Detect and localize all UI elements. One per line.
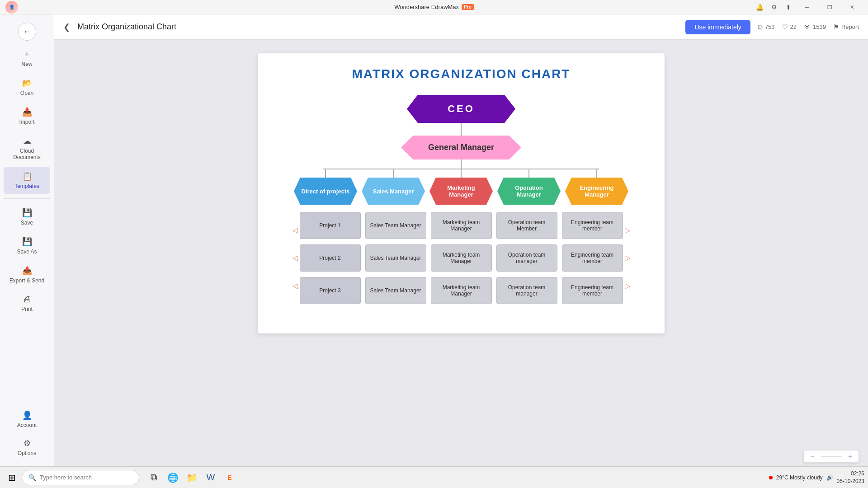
sidebar-item-save[interactable]: 💾 Save xyxy=(4,203,50,230)
taskview-app[interactable]: ⧉ xyxy=(145,469,163,487)
back-button[interactable]: ← xyxy=(18,23,36,41)
gm-managers-connector xyxy=(461,160,462,169)
project-cell-3: Project 3 xyxy=(300,277,361,304)
share-icon[interactable]: ⬆ xyxy=(782,1,795,14)
stat-report[interactable]: ⚑ Report xyxy=(833,23,859,31)
templates-icon: 📋 xyxy=(22,171,32,181)
files-app[interactable]: 📁 xyxy=(183,469,201,487)
sidebar-divider-bottom xyxy=(4,402,50,402)
search-icon: 🔍 xyxy=(28,474,36,481)
managers-hline xyxy=(323,169,599,169)
new-icon: + xyxy=(24,50,29,59)
views-icon: 👁 xyxy=(804,23,811,31)
taskbar-search-box[interactable]: 🔍 xyxy=(22,470,139,485)
print-icon: 🖨 xyxy=(23,295,31,304)
notification-icon[interactable]: 🔔 xyxy=(753,1,766,14)
restore-button[interactable]: ⧠ xyxy=(819,0,840,14)
likes-value: 22 xyxy=(790,23,797,30)
left-arrow-1: ◁ xyxy=(292,226,298,235)
edraw-app[interactable]: E xyxy=(221,469,239,487)
team-row-1: Sales Team Manager Marketing team Manage… xyxy=(365,212,623,239)
start-button[interactable]: ⊞ xyxy=(4,469,20,486)
manager-node-3: Operation Manager xyxy=(497,178,561,205)
settings-icon[interactable]: ⚙ xyxy=(768,1,780,14)
managers-row: Direct of projects Sales Manager Marketi… xyxy=(292,169,631,205)
report-label: Report xyxy=(841,23,859,30)
sidebar: ← + New 📂 Open 📥 Import ☁ Cloud Document… xyxy=(0,14,54,466)
sidebar-label-print: Print xyxy=(21,306,33,312)
user-avatar[interactable]: 👤 xyxy=(5,1,18,14)
sidebar-item-open[interactable]: 📂 Open xyxy=(4,74,50,101)
sidebar-item-print[interactable]: 🖨 Print xyxy=(4,290,50,317)
manager-col-1: Sales Manager xyxy=(359,169,427,205)
manager-col-2: Marketing Manager xyxy=(427,169,495,205)
cell-r3-c1: Sales Team Manager xyxy=(365,277,426,304)
zoom-out-button[interactable]: − xyxy=(808,452,816,460)
minimize-button[interactable]: ─ xyxy=(797,0,817,14)
sidebar-item-export[interactable]: 📤 Export & Send xyxy=(4,261,50,288)
manager-node-2: Marketing Manager xyxy=(429,178,493,205)
weather-text: 29°C Mostly cloudy xyxy=(776,474,823,481)
report-icon: ⚑ xyxy=(833,23,839,31)
sidebar-item-cloud[interactable]: ☁ Cloud Documents xyxy=(4,131,50,165)
sidebar-label-export: Export & Send xyxy=(9,277,44,284)
word-app[interactable]: W xyxy=(202,469,220,487)
diagram-title: MATRIX ORGANIZATION CHART xyxy=(271,67,651,81)
cloud-icon: ☁ xyxy=(23,136,31,146)
windows-icon: ⊞ xyxy=(8,472,16,483)
manager-node-0: Direct of projects xyxy=(294,178,357,205)
export-icon: 📤 xyxy=(22,266,32,276)
sidebar-item-account[interactable]: 👤 Account xyxy=(4,406,50,433)
team-row-2: Sales Team Manager Marketing team Manage… xyxy=(365,244,623,272)
taskbar-apps: ⧉ 🌐 📁 W E xyxy=(145,469,239,487)
right-arrow-1: ▷ xyxy=(625,226,630,235)
import-icon: 📥 xyxy=(22,107,32,117)
clock-date: 05-10-2023 xyxy=(837,478,864,485)
notification-dot xyxy=(769,476,773,479)
cell-r3-c3: Operation team manager xyxy=(496,277,557,304)
sidebar-divider xyxy=(4,198,50,199)
use-immediately-button[interactable]: Use immediately xyxy=(685,20,750,34)
mc0-vline xyxy=(325,169,326,178)
title-bar-controls: 🔔 ⚙ ⬆ ─ ⧠ ✕ xyxy=(753,0,863,14)
zoom-in-button[interactable]: + xyxy=(846,452,854,460)
saveas-icon: 💾 xyxy=(22,237,32,247)
sidebar-item-new[interactable]: + New xyxy=(4,45,50,72)
cell-r2-c2: Marketing team Manager xyxy=(431,244,492,272)
sidebar-item-import[interactable]: 📥 Import xyxy=(4,103,50,130)
cell-r1-c4: Engineering team member xyxy=(562,212,623,239)
network-notification xyxy=(769,476,773,479)
search-input[interactable] xyxy=(40,474,132,481)
manager-col-3: Operation Manager xyxy=(495,169,563,205)
ceo-node: CEO xyxy=(407,95,515,123)
options-icon: ⚙ xyxy=(24,438,31,448)
projects-column: Project 1 Project 2 Project 3 xyxy=(300,212,361,304)
sidebar-item-saveas[interactable]: 💾 Save As xyxy=(4,232,50,259)
account-icon: 👤 xyxy=(22,410,32,420)
content-header: ❮ Matrix Organizational Chart Use immedi… xyxy=(54,14,868,40)
canvas-area: MATRIX ORGANIZATION CHART CEO General Ma… xyxy=(54,40,868,466)
main-content: ❮ Matrix Organizational Chart Use immedi… xyxy=(54,14,868,466)
sidebar-label-saveas: Save As xyxy=(17,249,37,255)
title-bar-center: Wondershare EdrawMax Pro xyxy=(394,4,474,10)
manager-node-4: Engineering Manager xyxy=(565,178,628,205)
save-icon: 💾 xyxy=(22,208,32,218)
sidebar-item-templates[interactable]: 📋 Templates xyxy=(4,167,50,194)
header-back-arrow[interactable]: ❮ xyxy=(63,22,70,32)
views-value: 1539 xyxy=(813,23,826,30)
manager-node-1: Sales Manager xyxy=(362,178,425,205)
right-arrow-2: ▷ xyxy=(625,253,630,262)
volume-icon[interactable]: 🔊 xyxy=(826,474,833,481)
diagram-container: MATRIX ORGANIZATION CHART CEO General Ma… xyxy=(258,53,665,333)
clock-time: 02:26 xyxy=(837,470,864,478)
sidebar-bottom: 👤 Account ⚙ Options xyxy=(0,398,54,462)
cell-r2-c3: Operation team manager xyxy=(496,244,557,272)
cell-r3-c4: Engineering team member xyxy=(562,277,623,304)
weather-info: 29°C Mostly cloudy xyxy=(776,474,823,481)
copies-icon: ⧉ xyxy=(758,23,763,31)
cell-r2-c4: Engineering team member xyxy=(562,244,623,272)
edge-app[interactable]: 🌐 xyxy=(164,469,182,487)
close-button[interactable]: ✕ xyxy=(842,0,863,14)
taskbar-clock: 02:26 05-10-2023 xyxy=(837,470,864,485)
sidebar-item-options[interactable]: ⚙ Options xyxy=(4,434,50,461)
